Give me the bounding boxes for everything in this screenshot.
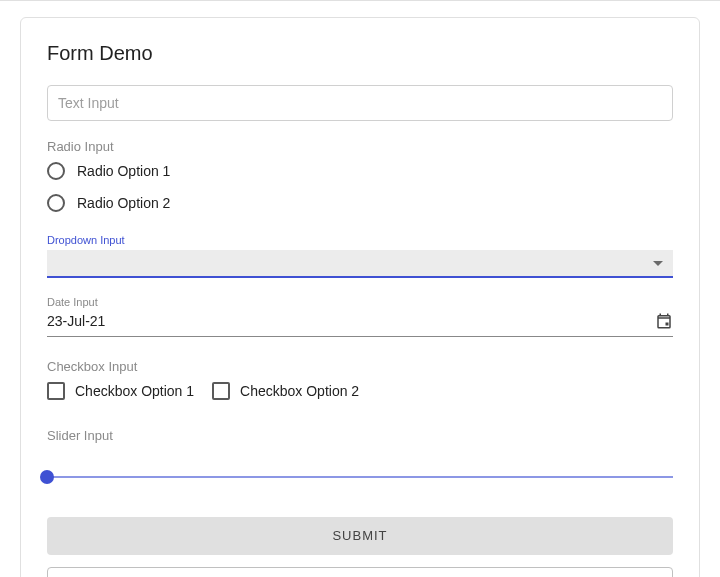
- slider-label: Slider Input: [47, 428, 673, 443]
- chevron-down-icon: [653, 261, 663, 266]
- slider-track: [47, 476, 673, 478]
- radio-icon: [47, 162, 65, 180]
- checkbox-group-label: Checkbox Input: [47, 359, 673, 374]
- date-label: Date Input: [47, 296, 673, 308]
- radio-icon: [47, 194, 65, 212]
- text-input[interactable]: [47, 85, 673, 121]
- date-value: 23-Jul-21: [47, 313, 105, 329]
- radio-option-label: Radio Option 1: [77, 163, 170, 179]
- form-card: Form Demo Radio Input Radio Option 1 Rad…: [20, 17, 700, 577]
- slider-input[interactable]: [47, 467, 673, 487]
- svg-rect-0: [666, 323, 669, 326]
- dropdown-label: Dropdown Input: [47, 234, 673, 246]
- radio-option-1[interactable]: Radio Option 1: [47, 162, 673, 180]
- reset-button[interactable]: RESET: [47, 567, 673, 577]
- checkbox-icon: [212, 382, 230, 400]
- date-input[interactable]: 23-Jul-21: [47, 312, 673, 337]
- radio-group-label: Radio Input: [47, 139, 673, 154]
- checkbox-option-label: Checkbox Option 2: [240, 383, 359, 399]
- page-title: Form Demo: [47, 42, 673, 65]
- calendar-icon: [655, 312, 673, 330]
- checkbox-option-2[interactable]: Checkbox Option 2: [212, 382, 359, 400]
- radio-option-label: Radio Option 2: [77, 195, 170, 211]
- checkbox-icon: [47, 382, 65, 400]
- checkbox-option-1[interactable]: Checkbox Option 1: [47, 382, 194, 400]
- radio-option-2[interactable]: Radio Option 2: [47, 194, 673, 212]
- submit-button[interactable]: SUBMIT: [47, 517, 673, 555]
- dropdown-input[interactable]: [47, 250, 673, 278]
- slider-thumb[interactable]: [40, 470, 54, 484]
- checkbox-option-label: Checkbox Option 1: [75, 383, 194, 399]
